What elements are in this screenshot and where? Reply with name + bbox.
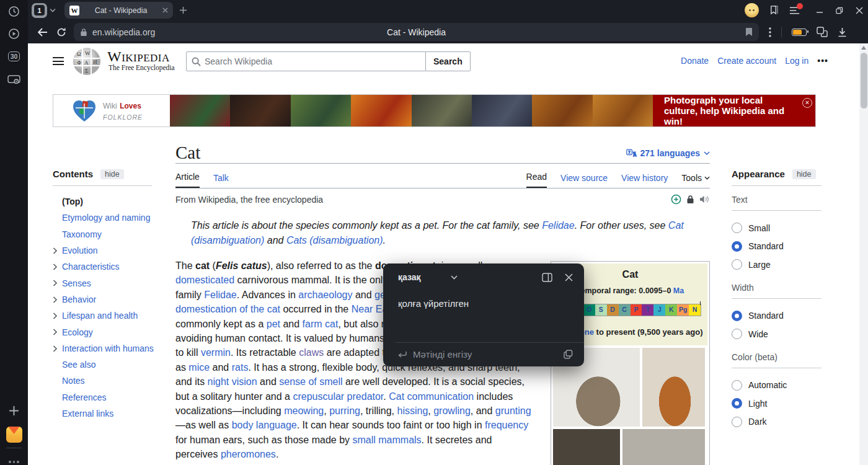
appearance-option-standard[interactable]: Standard	[732, 307, 831, 326]
toc-item[interactable]: Etymology and naming	[53, 210, 167, 226]
toc-item[interactable]: References	[53, 389, 167, 405]
toc-item[interactable]: Behavior	[53, 291, 167, 308]
ma-link[interactable]: Ma	[673, 286, 684, 295]
view-read[interactable]: Read	[526, 172, 547, 188]
collections-icon[interactable]	[817, 27, 828, 37]
article-link[interactable]: mice	[188, 362, 210, 373]
reload-icon[interactable]	[56, 27, 66, 37]
minimize-button[interactable]	[816, 7, 823, 14]
toc-item[interactable]: Characteristics	[53, 259, 167, 275]
radio-selected[interactable]	[732, 241, 742, 252]
view-view-history[interactable]: View history	[621, 173, 668, 188]
period-segment[interactable]: K	[665, 304, 677, 316]
period-segment[interactable]: D	[607, 304, 619, 316]
popup-copy-icon[interactable]	[564, 350, 573, 359]
login-link[interactable]: Log in	[785, 56, 808, 66]
main-menu-icon[interactable]	[53, 57, 64, 68]
period-segment[interactable]: S	[595, 304, 607, 316]
language-selector[interactable]: A 271 languages	[626, 148, 711, 158]
tab-talk[interactable]: Talk	[213, 173, 229, 188]
screencast-icon[interactable]	[0, 69, 28, 90]
appearance-option-wide[interactable]: Wide	[732, 325, 831, 343]
article-link[interactable]: Cat communication	[389, 391, 474, 402]
article-link[interactable]: vermin	[201, 347, 231, 358]
popup-close-icon[interactable]	[565, 273, 573, 281]
radio-unselected[interactable]	[732, 259, 742, 270]
sidebar-add-icon[interactable]	[0, 400, 28, 421]
article-link[interactable]: claws	[299, 347, 324, 358]
article-link[interactable]: growling	[433, 405, 471, 416]
popup-language-chevron-icon[interactable]	[451, 275, 458, 280]
toc-expand-icon[interactable]	[53, 296, 58, 303]
cat-photo[interactable]	[642, 348, 705, 427]
wikipedia-wordmark[interactable]: Wikipedia	[107, 49, 170, 64]
contents-hide-button[interactable]: hide	[100, 169, 124, 179]
appearance-option-dark[interactable]: Dark	[732, 413, 831, 432]
scrollbar-up-arrow[interactable]	[861, 46, 866, 50]
popup-language-select[interactable]: қазақ	[398, 272, 421, 282]
page-scrollbar[interactable]	[859, 43, 868, 465]
campaign-banner[interactable]: Wiki Loves FOLKLORE Photograph your loca…	[53, 94, 816, 127]
calendar-30-icon[interactable]: 30	[0, 46, 28, 67]
period-segment[interactable]: P	[631, 304, 642, 316]
profile-avatar[interactable]	[745, 3, 759, 17]
article-link[interactable]: grunting	[495, 405, 531, 416]
article-link[interactable]: Felidae	[542, 220, 574, 231]
browser-menu-icon[interactable]	[789, 6, 800, 15]
appearance-option-automatic[interactable]: Automatic	[732, 376, 831, 395]
article-link[interactable]: pet	[267, 319, 280, 329]
toc-item[interactable]: Ecology	[53, 324, 167, 340]
wikipedia-globe-logo[interactable]: Ω W И A Ф Σ	[73, 47, 101, 76]
toc-link[interactable]: Notes	[62, 376, 85, 386]
new-tab-icon[interactable]	[179, 6, 187, 14]
article-link[interactable]: pheromones	[221, 449, 276, 459]
downloads-icon[interactable]	[838, 27, 847, 37]
toc-item[interactable]: Senses	[53, 275, 167, 291]
search-button[interactable]: Search	[426, 51, 471, 71]
cat-photo[interactable]	[553, 429, 620, 465]
view-tools[interactable]: Tools	[681, 173, 710, 188]
radio-unselected[interactable]	[732, 417, 742, 427]
toc-expand-icon[interactable]	[53, 264, 58, 270]
article-link[interactable]: archaeology	[298, 290, 352, 300]
toc-link[interactable]: References	[62, 392, 107, 402]
radio-selected[interactable]	[732, 311, 742, 321]
article-link[interactable]: domestication of the cat	[175, 304, 280, 314]
article-link[interactable]: body language	[232, 420, 297, 430]
radio-selected[interactable]	[732, 398, 742, 409]
article-link[interactable]: farm cat	[303, 319, 339, 329]
appearance-option-light[interactable]: Light	[732, 394, 831, 413]
bookmarks-panel-icon[interactable]	[769, 5, 779, 16]
toc-expand-icon[interactable]	[53, 312, 58, 319]
article-link[interactable]: purring	[329, 405, 360, 416]
article-link[interactable]: Cats (disambiguation)	[286, 235, 383, 246]
period-segment[interactable]: Pg	[677, 304, 689, 316]
toc-item[interactable]: Notes	[53, 373, 167, 389]
toc-link[interactable]: Ecology	[62, 327, 93, 337]
donate-link[interactable]: Donate	[681, 56, 709, 66]
article-link[interactable]: hissing	[397, 405, 428, 416]
add-topic-icon[interactable]	[671, 194, 681, 205]
appearance-option-small[interactable]: Small	[732, 219, 831, 237]
play-circle-icon[interactable]	[0, 23, 28, 44]
toc-link[interactable]: Interaction with humans	[62, 343, 154, 353]
toc-link[interactable]: Taxonomy	[62, 229, 102, 239]
toc-item[interactable]: Taxonomy	[53, 226, 167, 242]
scrollbar-thumb[interactable]	[861, 53, 867, 108]
article-link[interactable]: crepuscular predator	[293, 391, 383, 402]
appearance-option-standard[interactable]: Standard	[732, 237, 831, 256]
browser-tab[interactable]: W Cat - Wikipedia	[64, 2, 173, 19]
banner-message-box[interactable]: Photograph your local culture, help Wiki…	[653, 95, 815, 126]
view-view-source[interactable]: View source	[560, 173, 608, 188]
toc-link[interactable]: See also	[62, 360, 95, 370]
history-clock-icon[interactable]	[0, 1, 28, 22]
toc-link[interactable]: External links	[62, 409, 113, 418]
toc-link[interactable]: (Top)	[62, 197, 83, 206]
period-segment[interactable]: C	[619, 304, 631, 316]
toc-item[interactable]: Lifespan and health	[53, 308, 167, 324]
period-segment[interactable]: O	[583, 304, 595, 316]
period-segment[interactable]: N	[689, 304, 701, 316]
toc-expand-icon[interactable]	[53, 329, 58, 335]
battery-saver-icon[interactable]	[792, 29, 807, 36]
back-icon[interactable]	[37, 27, 48, 37]
